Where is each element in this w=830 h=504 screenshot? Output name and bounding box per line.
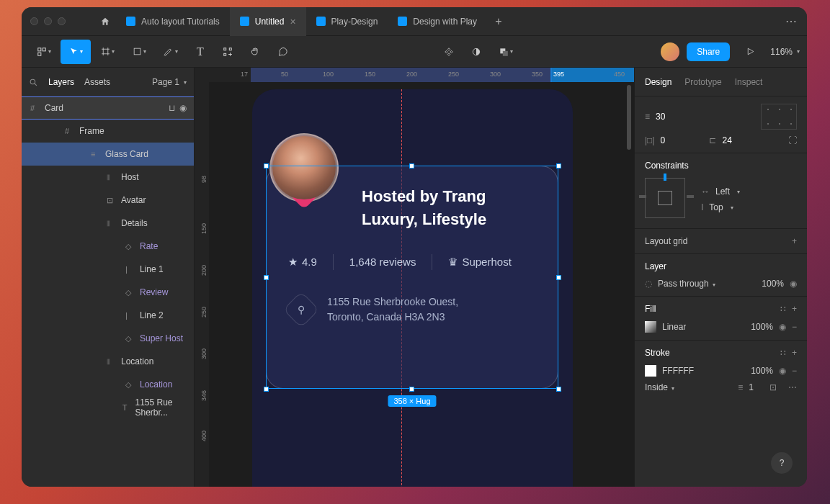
tab-auto-layout[interactable]: Auto layout Tutorials xyxy=(116,7,230,36)
styles-icon[interactable]: ∷ xyxy=(780,304,786,314)
search-icon[interactable] xyxy=(29,78,38,87)
layer-host[interactable]: ⫴Host xyxy=(22,166,194,189)
layout-grid-heading: Layout grid xyxy=(645,236,687,246)
close-dot[interactable] xyxy=(30,17,38,25)
remove-icon[interactable]: − xyxy=(792,366,797,376)
per-side-icon[interactable]: ⊡ xyxy=(769,382,777,392)
tab-inspect[interactable]: Inspect xyxy=(735,77,763,87)
layer-line2[interactable]: |Line 2 xyxy=(22,304,194,327)
stroke-swatch[interactable] xyxy=(645,365,656,377)
stroke-opacity-input[interactable]: 100% xyxy=(751,366,773,376)
stroke-color-input[interactable]: FFFFFF xyxy=(662,366,694,376)
more-icon[interactable]: ⋯ xyxy=(788,382,797,392)
toolbar: ▾ ▾ ▾ ▾ ▾ T ▾ Share 116%▾ xyxy=(22,36,807,68)
line-icon: | xyxy=(125,311,134,320)
alignment-grid[interactable] xyxy=(761,104,797,130)
tab-prototype[interactable]: Prototype xyxy=(684,77,721,87)
constraint-v-dropdown[interactable]: ITop▾ xyxy=(701,202,797,212)
opacity-input[interactable]: 100% xyxy=(762,279,784,289)
layer-glass-card[interactable]: ≡Glass Card xyxy=(22,143,194,166)
canvas-scrollbar[interactable] xyxy=(627,85,631,150)
boolean-tool[interactable]: ▾ xyxy=(491,40,521,64)
tab-design[interactable]: Design xyxy=(645,77,671,87)
minimize-dot[interactable] xyxy=(44,17,52,25)
frame-icon: # xyxy=(65,127,73,135)
svg-rect-8 xyxy=(224,48,226,50)
stroke-side-dropdown[interactable]: Inside ▾ xyxy=(645,382,674,392)
add-icon[interactable]: + xyxy=(792,348,797,358)
hand-tool[interactable] xyxy=(242,40,268,64)
svg-point-16 xyxy=(30,79,35,84)
text-tool[interactable]: T xyxy=(187,40,213,64)
design-panel: Design Prototype Inspect ≡ 30 |□| 0 ⊏ 24… xyxy=(634,68,807,487)
expand-icon[interactable]: ⛶ xyxy=(788,135,797,145)
visibility-icon[interactable]: ◉ xyxy=(790,279,797,289)
layer-rate[interactable]: ◇Rate xyxy=(22,235,194,258)
text-icon: T xyxy=(122,403,130,412)
fill-swatch[interactable] xyxy=(645,321,656,333)
styles-icon[interactable]: ∷ xyxy=(780,348,786,358)
layer-review[interactable]: ◇Review xyxy=(22,281,194,304)
stroke-width-input[interactable]: 1 xyxy=(749,382,754,392)
tab-play-design[interactable]: Play-Design xyxy=(306,7,388,36)
shape-tool[interactable]: ▾ xyxy=(124,40,154,64)
svg-rect-0 xyxy=(38,48,41,50)
layer-superhost[interactable]: ◇Super Host xyxy=(22,327,194,350)
tab-untitled[interactable]: Untitled× xyxy=(230,7,306,36)
fill-heading: Fill xyxy=(645,304,656,314)
constraint-widget[interactable] xyxy=(645,178,685,218)
padding-h-input[interactable]: 0 xyxy=(660,135,703,145)
main-menu-button[interactable]: ▾ xyxy=(29,40,59,64)
layer-details[interactable]: ⫴Details xyxy=(22,212,194,235)
fill-opacity-input[interactable]: 100% xyxy=(751,322,773,332)
layer-avatar[interactable]: ⊡Avatar xyxy=(22,189,194,212)
figma-icon xyxy=(316,17,326,26)
layer-location-inner[interactable]: ◇Location xyxy=(22,373,194,396)
layers-tab[interactable]: Layers xyxy=(48,77,74,87)
visibility-icon[interactable]: ◉ xyxy=(779,366,786,376)
home-tab[interactable] xyxy=(94,17,116,27)
close-icon[interactable]: × xyxy=(290,17,295,27)
visibility-icon[interactable]: ◉ xyxy=(179,103,187,113)
add-tab-button[interactable]: + xyxy=(487,7,510,36)
layer-line1[interactable]: |Line 1 xyxy=(22,258,194,281)
unlock-icon[interactable]: ⊔ xyxy=(169,103,175,113)
layer-card[interactable]: #Card⊔◉ xyxy=(22,96,194,120)
layer-location[interactable]: ⫴Location xyxy=(22,350,194,373)
constraint-h-dropdown[interactable]: ↔Left▾ xyxy=(701,186,797,197)
mask-tool[interactable] xyxy=(463,40,489,64)
move-tool[interactable]: ▾ xyxy=(61,40,91,64)
fill-type[interactable]: Linear xyxy=(662,322,686,332)
padding-v-input[interactable]: 24 xyxy=(722,135,765,145)
zoom-dropdown[interactable]: 116%▾ xyxy=(770,47,800,57)
add-icon[interactable]: + xyxy=(792,236,797,246)
comment-tool[interactable] xyxy=(269,40,295,64)
help-button[interactable]: ? xyxy=(771,452,793,474)
frame-tool[interactable]: ▾ xyxy=(92,40,122,64)
arrow-h-icon: ↔ xyxy=(701,186,710,197)
maximize-dot[interactable] xyxy=(58,17,66,25)
ruler-horizontal: 395 17 50 100 150 200 250 300 350 450 xyxy=(195,68,634,82)
assets-tab[interactable]: Assets xyxy=(84,77,110,87)
share-button[interactable]: Share xyxy=(687,42,730,61)
autolayout-h-icon: ⫴ xyxy=(107,173,115,182)
resources-tool[interactable] xyxy=(215,40,241,64)
remove-icon[interactable]: − xyxy=(792,322,797,332)
pen-tool[interactable]: ▾ xyxy=(156,40,186,64)
tab-design-with-play[interactable]: Design with Play xyxy=(388,7,487,36)
user-avatar[interactable] xyxy=(661,42,679,61)
traffic-lights xyxy=(30,17,94,25)
overflow-icon[interactable]: ⋯ xyxy=(785,14,798,28)
component-icon: ◇ xyxy=(125,380,134,390)
layer-address-text[interactable]: T1155 Rue Sherbr... xyxy=(22,396,194,419)
component-tool[interactable] xyxy=(436,40,462,64)
visibility-icon[interactable]: ◉ xyxy=(779,322,786,332)
add-icon[interactable]: + xyxy=(792,304,797,314)
page-dropdown[interactable]: Page 1▾ xyxy=(152,77,187,87)
present-button[interactable] xyxy=(737,40,763,64)
layer-frame[interactable]: #Frame xyxy=(22,120,194,143)
svg-rect-7 xyxy=(134,48,140,55)
blend-dropdown[interactable]: Pass through ▾ xyxy=(658,279,715,289)
canvas[interactable]: 395 17 50 100 150 200 250 300 350 450 98… xyxy=(195,68,634,487)
spacing-input[interactable]: 30 xyxy=(656,112,699,122)
